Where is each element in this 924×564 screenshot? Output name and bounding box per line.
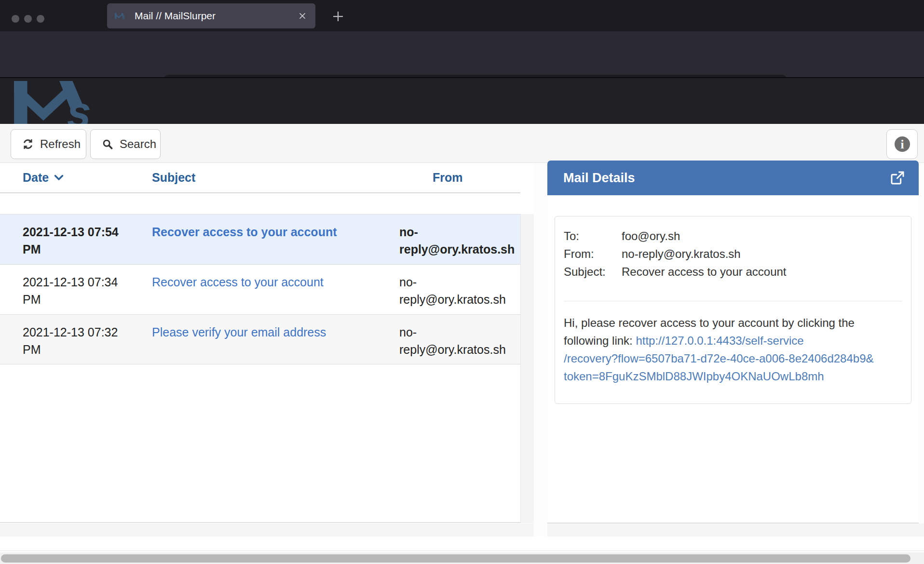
mail-details-header: Mail Details xyxy=(547,161,919,195)
table-row[interactable]: 2021-12-13 07:54PMRecover access to your… xyxy=(0,214,520,264)
field-from: From: no-reply@ory.kratos.sh xyxy=(564,245,902,263)
svg-text:i: i xyxy=(900,138,904,151)
open-external-icon[interactable] xyxy=(890,170,905,186)
field-to: To: foo@ory.sh xyxy=(564,227,902,245)
sort-chevron-down-icon xyxy=(54,174,64,182)
cell-date: 2021-12-13 07:54PM xyxy=(23,223,138,258)
new-tab-icon[interactable] xyxy=(331,9,345,24)
cell-from: no-reply@ory.kratos.sh xyxy=(399,323,520,358)
mail-body-text: Hi, please recover access to your accoun… xyxy=(564,314,902,385)
column-header-from[interactable]: From xyxy=(433,171,463,185)
browser-window: s Mail // MailSlurper 127.0.0.1:4436/# 9… xyxy=(0,0,924,564)
mailslurper-logo: s xyxy=(13,81,109,124)
app-toolbar: Refresh Search i xyxy=(0,124,924,163)
info-icon: i xyxy=(894,135,911,153)
footer-band xyxy=(0,537,924,551)
column-header-date[interactable]: Date xyxy=(23,171,64,185)
mail-details-panel: Mail Details To: foo@ory.sh From: no-rep… xyxy=(547,161,919,524)
browser-tab[interactable]: s Mail // MailSlurper xyxy=(107,3,315,28)
cell-date: 2021-12-13 07:32PM xyxy=(23,323,138,358)
panel-gap xyxy=(534,524,547,537)
mailslurper-favicon: s xyxy=(115,11,128,21)
horizontal-scrollbar-thumb[interactable] xyxy=(1,554,910,563)
mail-details-title: Mail Details xyxy=(563,171,890,186)
mail-list-body: 2021-12-13 07:54PMRecover access to your… xyxy=(0,214,520,364)
mail-list-panel: Date Subject From 2021-12-13 07:54PMReco… xyxy=(0,163,534,523)
bottom-band xyxy=(0,524,924,537)
browser-navbar: 127.0.0.1:4436/# 90% xyxy=(0,31,924,77)
field-subject: Subject: Recover access to your account xyxy=(564,263,902,281)
cell-subject-link[interactable]: Recover access to your account xyxy=(152,273,391,291)
tab-close-icon[interactable] xyxy=(297,11,308,21)
cell-from: no-reply@ory.kratos.sh xyxy=(399,223,520,258)
refresh-label: Refresh xyxy=(40,137,81,151)
cell-subject-link[interactable]: Recover access to your account xyxy=(152,223,391,241)
browser-tab-bar: s Mail // MailSlurper xyxy=(0,0,924,31)
column-header-subject[interactable]: Subject xyxy=(152,171,195,185)
svg-text:s: s xyxy=(122,14,125,21)
app-header: s xyxy=(0,77,924,124)
info-button[interactable]: i xyxy=(886,129,918,159)
search-button[interactable]: Search xyxy=(90,129,161,159)
field-to-label: To: xyxy=(564,227,622,245)
field-from-label: From: xyxy=(564,245,622,263)
field-to-value: foo@ory.sh xyxy=(622,227,680,245)
window-control-dots[interactable] xyxy=(12,15,44,23)
card-divider xyxy=(564,301,902,301)
field-subject-value: Recover access to your account xyxy=(622,263,787,281)
search-icon xyxy=(101,138,114,150)
mail-list-scrollbar-track[interactable] xyxy=(520,214,534,523)
table-row[interactable]: 2021-12-13 07:32PMPlease verify your ema… xyxy=(0,314,520,364)
svg-text:s: s xyxy=(67,88,91,124)
field-subject-label: Subject: xyxy=(564,263,622,281)
cell-date: 2021-12-13 07:34PM xyxy=(23,273,138,308)
cell-subject-link[interactable]: Please verify your email address xyxy=(152,323,391,341)
table-row[interactable]: 2021-12-13 07:34PMRecover access to your… xyxy=(0,264,520,314)
mail-details-card: To: foo@ory.sh From: no-reply@ory.kratos… xyxy=(555,216,911,404)
search-label: Search xyxy=(120,137,156,151)
mail-list-header: Date Subject From xyxy=(0,163,520,193)
tab-title: Mail // MailSlurper xyxy=(135,10,297,22)
field-from-value: no-reply@ory.kratos.sh xyxy=(622,245,741,263)
refresh-icon xyxy=(22,138,34,150)
refresh-button[interactable]: Refresh xyxy=(11,129,86,159)
cell-from: no-reply@ory.kratos.sh xyxy=(399,273,520,308)
